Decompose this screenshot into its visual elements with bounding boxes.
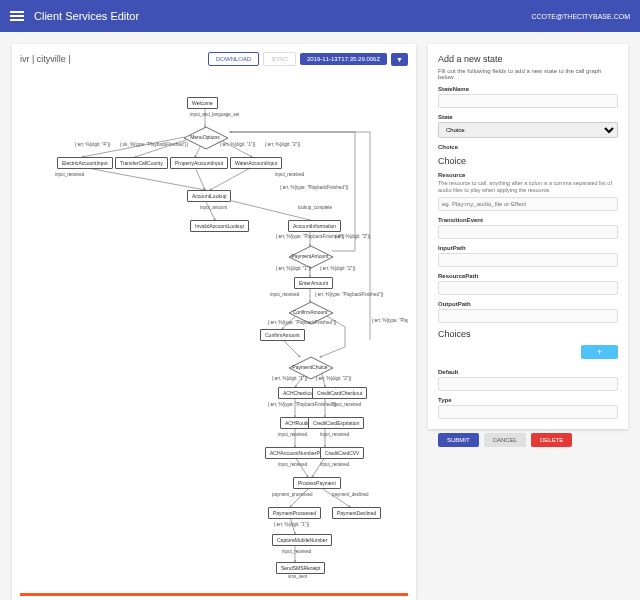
user-email[interactable]: CCOTE@THECITYBASE.COM (531, 13, 630, 20)
topbar: Client Services Editor CCOTE@THECITYBASE… (0, 0, 640, 32)
edge-label: input_received (278, 462, 307, 467)
node-cc-checkout[interactable]: CreditCardCheckout (312, 387, 367, 399)
edge-label: {:err, %{type: "PlaybackFinished"}} (268, 320, 336, 325)
edge-label: sms_sent (288, 574, 307, 579)
node-payment-declined[interactable]: PaymentDeclined (332, 507, 381, 519)
resource-input[interactable] (438, 197, 618, 211)
default-label: Default (438, 369, 618, 375)
type-input[interactable] (438, 405, 618, 419)
state-select[interactable]: Choice (438, 122, 618, 138)
svg-line-27 (320, 487, 350, 507)
node-confirm2[interactable]: ConfirmAmount (260, 329, 305, 341)
svg-line-5 (82, 167, 205, 190)
edge-label: {:err, %{digit: "1"}} (220, 142, 255, 147)
svg-line-7 (210, 167, 252, 190)
delete-button[interactable]: DELETE (531, 433, 572, 447)
resource-label: Resource (438, 172, 618, 178)
choices-heading: Choices (438, 329, 618, 339)
edge-label: input_and_language_set (190, 112, 239, 117)
transitionevent-label: TransitionEvent (438, 217, 618, 223)
type-label: Type (438, 397, 618, 403)
edge-label: input_amount (200, 205, 227, 210)
call-graph[interactable]: Welcome input_and_language_set MenuOptio… (20, 72, 408, 582)
download-button[interactable]: DOWNLOAD (208, 52, 259, 66)
svg-line-9 (220, 198, 310, 220)
node-cc-cvv[interactable]: CreditCardCVV (320, 447, 364, 459)
node-payment-amount[interactable]: PaymentAmount (285, 246, 335, 266)
svg-line-25 (312, 457, 325, 477)
edge-label: {:err, %{digit: "1"}} (274, 522, 309, 527)
resourcepath-label: ResourcePath (438, 273, 618, 279)
form-title: Add a new state (438, 54, 618, 64)
form-desc: Fill out the following fields to add a n… (438, 68, 618, 80)
svg-line-8 (205, 200, 215, 220)
node-invalid[interactable]: InvalidAccountLookup (190, 220, 249, 232)
edge-label: {:err, %{digit: "2"}} (265, 142, 300, 147)
edge-label: input_received (55, 172, 84, 177)
statename-label: StateName (438, 86, 618, 92)
choice-heading: Choice (438, 156, 618, 166)
resourcepath-input[interactable] (438, 281, 618, 295)
edge-label: {:ok, %{type: "PlaybackFinished"}} (120, 142, 188, 147)
node-account-info[interactable]: AccountInformation (288, 220, 341, 232)
svg-line-1 (82, 137, 185, 157)
default-input[interactable] (438, 377, 618, 391)
scroll-indicator[interactable] (20, 593, 408, 596)
edge-label: input_received (275, 172, 304, 177)
svg-line-17 (320, 347, 345, 357)
outputpath-input[interactable] (438, 309, 618, 323)
inputpath-input[interactable] (438, 253, 618, 267)
edge-label: {:err, %{digit: "1"}} (276, 266, 311, 271)
node-confirm-amount[interactable]: ConfirmAmount (285, 302, 335, 322)
graph-edges (20, 72, 408, 582)
choice-label: Choice (438, 144, 618, 150)
svg-line-24 (295, 457, 308, 477)
node-capture-mobile[interactable]: CaptureMobileNumber (272, 534, 332, 546)
transitionevent-input[interactable] (438, 225, 618, 239)
edge-label: {:err, %{type: "PlaybackFinished"}} (280, 185, 348, 190)
edge-label: {:err, %{digit: "3"}} (335, 234, 370, 239)
node-payment-processed[interactable]: PaymentProcessed (268, 507, 321, 519)
cancel-button[interactable]: CANCEL (484, 433, 526, 447)
submit-button[interactable]: SUBMIT (438, 433, 479, 447)
statename-input[interactable] (438, 94, 618, 108)
menu-icon[interactable] (10, 11, 24, 21)
node-account-lookup[interactable]: AccountLookup (187, 190, 231, 202)
sync-button: SYNC (263, 52, 296, 66)
edge-label: input_received (332, 402, 361, 407)
node-electric[interactable]: ElectricAccountInput (57, 157, 113, 169)
edge-label: payment_declined (332, 492, 369, 497)
edge-label: {:err, %{digit: "4"}} (75, 142, 110, 147)
outputpath-label: OutputPath (438, 301, 618, 307)
node-cc-exp[interactable]: CreditCardExpiration (308, 417, 364, 429)
svg-line-26 (290, 487, 310, 507)
node-water[interactable]: WaterAccountInput (230, 157, 282, 169)
node-welcome[interactable]: Welcome (187, 97, 218, 109)
edge-label: {:err, %{digit: "2"}} (316, 376, 351, 381)
edge-label: {:err, %{digit: "1"}} (272, 376, 307, 381)
edge-label: input_received (282, 549, 311, 554)
edge-label: input_received (320, 432, 349, 437)
edge-label: input_received (278, 432, 307, 437)
edge-label: lookup_complete (298, 205, 332, 210)
dropdown-button[interactable]: ▼ (391, 53, 408, 66)
edge-label: input_received (320, 462, 349, 467)
node-send-sms[interactable]: SendSMSReceipt (276, 562, 325, 574)
edge-label: payment_processed (272, 492, 313, 497)
node-process-payment[interactable]: ProcessPayment (293, 477, 341, 489)
resource-desc: The resource to call, anything after a c… (438, 180, 618, 194)
add-choice-button[interactable]: + (581, 345, 618, 359)
edge-label: {:err, %{type: "PlaybackFinished"}} (268, 402, 336, 407)
edge-label: {:err, %{type: "PlaybackFinished"}} (315, 292, 383, 297)
svg-line-14 (282, 339, 300, 357)
node-payment-choice[interactable]: PaymentChoice (285, 357, 335, 377)
node-enter-amount[interactable]: EnterAmount (294, 277, 333, 289)
timestamp-button[interactable]: 2019-11-13T17:35:29.006Z (300, 53, 387, 65)
node-property[interactable]: PropertyAccountInput (170, 157, 228, 169)
svg-line-6 (195, 167, 205, 190)
form-panel: Add a new state Fill out the following f… (428, 44, 628, 429)
edge-label: {:err, %{digit: "2"}} (320, 266, 355, 271)
node-transfer[interactable]: TransferCallCounty (115, 157, 168, 169)
inputpath-label: InputPath (438, 245, 618, 251)
edge-label: {:err, %{type: "PlaybackFinished"}} (372, 318, 408, 323)
